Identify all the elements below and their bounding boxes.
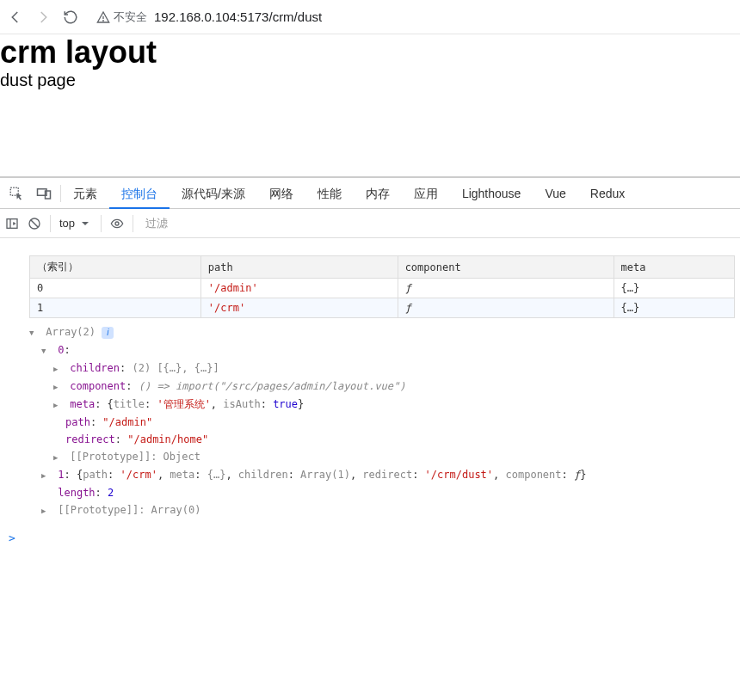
tree-path[interactable]: path: "/admin" <box>29 414 740 431</box>
not-secure-label: 不安全 <box>114 9 147 25</box>
tree-root[interactable]: Array(2) i <box>29 323 740 341</box>
console-prompt[interactable]: > <box>0 528 740 548</box>
separator <box>133 215 133 232</box>
tree-node-1[interactable]: 1: {path: '/crm', meta: {…}, children: A… <box>29 466 740 484</box>
cell-path: '/admin' <box>200 279 398 298</box>
expand-arrow-icon[interactable] <box>29 323 40 341</box>
reload-button[interactable] <box>62 9 79 26</box>
th-index[interactable]: （索引） <box>30 256 201 279</box>
table-row[interactable]: 0 '/admin' ƒ {…} <box>30 279 735 298</box>
tab-performance[interactable]: 性能 <box>305 178 354 209</box>
expand-arrow-icon[interactable] <box>41 466 52 484</box>
tree-length[interactable]: length: 2 <box>29 484 740 501</box>
console-toolbar: top <box>0 209 740 238</box>
tab-elements[interactable]: 元素 <box>61 178 109 209</box>
expand-arrow-icon[interactable] <box>53 396 64 414</box>
tree-prototype[interactable]: [[Prototype]]: Object <box>29 448 740 466</box>
forward-button[interactable] <box>34 9 52 26</box>
th-component[interactable]: component <box>398 256 614 279</box>
expand-arrow-icon[interactable] <box>41 341 52 359</box>
cell-meta: {…} <box>614 279 734 298</box>
page-subheading: dust page <box>0 71 740 90</box>
cell-component: ƒ <box>398 298 614 318</box>
tab-memory[interactable]: 内存 <box>354 178 402 209</box>
filter-input[interactable] <box>142 215 735 231</box>
warning-icon <box>96 10 110 24</box>
tab-console[interactable]: 控制台 <box>109 178 170 209</box>
url-text: 192.168.0.104:5173/crm/dust <box>154 9 322 24</box>
cell-path: '/crm' <box>200 298 398 318</box>
page-heading: crm layout <box>0 34 740 71</box>
table-header-row: （索引） path component meta <box>30 256 735 279</box>
inspect-icon[interactable] <box>5 182 28 205</box>
expand-arrow-icon[interactable] <box>53 378 64 396</box>
device-toggle-icon[interactable] <box>33 182 55 205</box>
expand-arrow-icon[interactable] <box>41 501 52 519</box>
browser-navbar: 不安全 192.168.0.104:5173/crm/dust <box>0 0 740 34</box>
svg-point-8 <box>115 222 119 225</box>
tab-vue[interactable]: Vue <box>533 178 577 209</box>
info-icon[interactable]: i <box>102 327 114 339</box>
tree-redirect[interactable]: redirect: "/admin/home" <box>29 431 740 448</box>
table-row[interactable]: 1 '/crm' ƒ {…} <box>30 298 735 318</box>
tree-children[interactable]: children: (2) [{…}, {…}] <box>29 359 740 378</box>
expand-arrow-icon[interactable] <box>53 448 64 466</box>
tree-component[interactable]: component: () => import("/src/pages/admi… <box>29 378 740 396</box>
object-tree: Array(2) i 0: children: (2) [{…}, {…}] c… <box>0 323 740 528</box>
tab-redux[interactable]: Redux <box>578 178 637 209</box>
back-button[interactable] <box>7 9 24 26</box>
tab-network[interactable]: 网络 <box>257 178 305 209</box>
chevron-down-icon <box>78 217 92 230</box>
devtools-panel: 元素 控制台 源代码/来源 网络 性能 内存 应用 Lighthouse Vue… <box>0 177 740 548</box>
th-meta[interactable]: meta <box>614 256 734 279</box>
console-body: （索引） path component meta 0 '/admin' ƒ {…… <box>0 238 740 548</box>
tab-application[interactable]: 应用 <box>402 178 450 209</box>
cell-meta: {…} <box>614 298 734 318</box>
cell-index: 1 <box>30 298 201 318</box>
expand-arrow-icon[interactable] <box>53 359 64 378</box>
context-selector[interactable]: top <box>59 217 92 230</box>
tree-prototype-root[interactable]: [[Prototype]]: Array(0) <box>29 501 740 519</box>
devtools-tabs: 元素 控制台 源代码/来源 网络 性能 内存 应用 Lighthouse Vue… <box>0 178 740 209</box>
cell-component: ƒ <box>398 279 614 298</box>
console-table: （索引） path component meta 0 '/admin' ƒ {…… <box>29 255 735 318</box>
sidebar-toggle-icon[interactable] <box>5 217 19 230</box>
address-bar[interactable]: 不安全 192.168.0.104:5173/crm/dust <box>89 9 733 25</box>
page-viewport: crm layout dust page <box>0 34 740 177</box>
tree-meta[interactable]: meta: {title: '管理系统', isAuth: true} <box>29 396 740 414</box>
cell-index: 0 <box>30 279 201 298</box>
tree-node-0[interactable]: 0: <box>29 341 740 359</box>
separator <box>50 215 51 232</box>
separator <box>101 215 102 232</box>
svg-line-7 <box>31 220 38 227</box>
not-secure-indicator: 不安全 <box>96 9 147 25</box>
tab-sources[interactable]: 源代码/来源 <box>170 178 257 209</box>
context-label: top <box>59 217 75 230</box>
live-expression-icon[interactable] <box>110 217 124 230</box>
tab-lighthouse[interactable]: Lighthouse <box>450 178 533 209</box>
svg-point-0 <box>103 20 104 21</box>
clear-console-icon[interactable] <box>28 217 41 230</box>
th-path[interactable]: path <box>200 256 398 279</box>
